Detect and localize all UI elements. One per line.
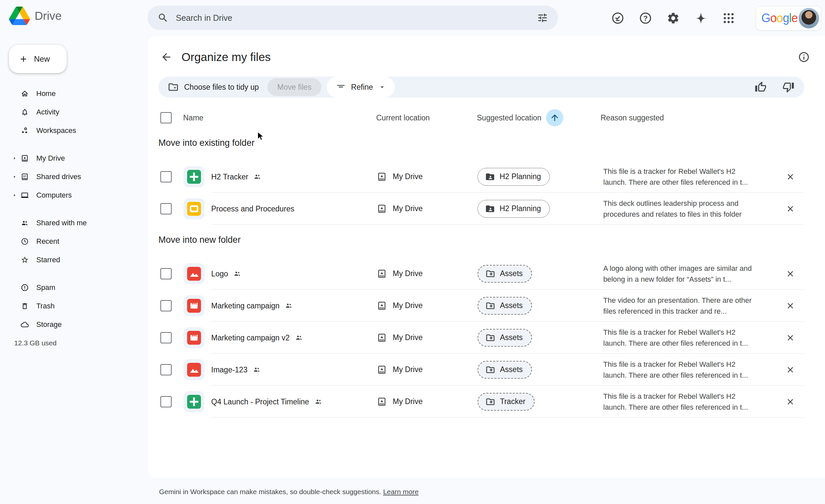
suggested-location-chip[interactable]: Assets bbox=[477, 297, 532, 315]
footer-disclaimer: Gemini in Workspace can make mistakes, s… bbox=[159, 488, 419, 496]
row-checkbox[interactable] bbox=[160, 332, 172, 343]
learn-more-link[interactable]: Learn more bbox=[383, 488, 419, 495]
suggested-location-chip[interactable]: H2 Planning bbox=[477, 168, 550, 186]
header-suggested-location[interactable]: Suggested location bbox=[477, 109, 563, 126]
current-location: My Drive bbox=[377, 333, 423, 343]
clock-icon bbox=[21, 238, 29, 245]
suggested-location-chip[interactable]: Assets bbox=[477, 265, 532, 283]
sidebar-item-shared-drives[interactable]: Shared drives bbox=[0, 168, 148, 186]
reason-text: This file is a tracker for Rebel Wallet'… bbox=[603, 359, 760, 381]
expand-caret-icon[interactable] bbox=[11, 192, 18, 199]
gemini-sparkle-icon[interactable] bbox=[694, 11, 707, 25]
sidebar-item-trash[interactable]: Trash bbox=[0, 297, 148, 315]
row-checkbox[interactable] bbox=[160, 171, 172, 182]
refine-button[interactable]: Refine bbox=[327, 77, 395, 98]
help-icon[interactable]: ? bbox=[639, 11, 652, 25]
search-icon[interactable] bbox=[157, 12, 169, 23]
my-drive-icon bbox=[21, 154, 29, 162]
new-button[interactable]: New bbox=[9, 45, 67, 73]
avatar[interactable] bbox=[799, 8, 819, 28]
suggested-location-chip[interactable]: Tracker bbox=[477, 393, 535, 411]
organize-toolbar: Choose files to tidy up Move files Refin… bbox=[158, 77, 804, 98]
table-row[interactable]: Image-123My DriveAssetsThis file is a tr… bbox=[148, 354, 825, 386]
section-title: Move into new folder bbox=[148, 230, 825, 250]
row-checkbox[interactable] bbox=[160, 364, 172, 375]
sidebar-item-shared-with-me[interactable]: Shared with me bbox=[0, 214, 148, 232]
svg-text:?: ? bbox=[643, 14, 648, 22]
dismiss-suggestion-button[interactable] bbox=[783, 395, 798, 409]
dismiss-suggestion-button[interactable] bbox=[783, 362, 798, 377]
file-name: Process and Procedures bbox=[211, 204, 294, 213]
sidebar-item-spam[interactable]: Spam bbox=[0, 278, 148, 297]
sidebar-item-home[interactable]: Home bbox=[0, 84, 148, 103]
suggestions-list: Move into existing folderH2 TrackerMy Dr… bbox=[148, 133, 825, 418]
search-input[interactable] bbox=[176, 13, 530, 23]
back-button[interactable] bbox=[158, 49, 174, 65]
thumbs-down-button[interactable] bbox=[781, 80, 796, 94]
sidebar-item-activity[interactable]: Activity bbox=[0, 103, 148, 121]
sidebar-group: SpamTrashStorage bbox=[0, 278, 148, 334]
file-name: H2 Tracker bbox=[211, 172, 261, 181]
select-all-checkbox[interactable] bbox=[160, 112, 172, 123]
move-files-button[interactable]: Move files bbox=[267, 78, 321, 96]
folder-tidy-icon bbox=[168, 81, 179, 93]
reason-text: This deck outlines leadership process an… bbox=[603, 198, 760, 220]
google-logo-letter: g bbox=[783, 11, 789, 25]
approval-status-icon[interactable] bbox=[611, 11, 624, 25]
settings-gear-icon[interactable] bbox=[667, 11, 680, 25]
header-reason[interactable]: Reason suggested bbox=[601, 113, 664, 122]
my-drive-icon bbox=[377, 397, 387, 407]
row-checkbox[interactable] bbox=[160, 396, 172, 407]
row-checkbox[interactable] bbox=[160, 268, 172, 279]
table-row[interactable]: Marketing campaign v2My DriveAssetsThis … bbox=[148, 322, 825, 354]
table-row[interactable]: Marketing campaignMy DriveAssetsThe vide… bbox=[148, 289, 825, 322]
info-button[interactable] bbox=[796, 49, 812, 65]
sidebar-item-computers[interactable]: Computers bbox=[0, 186, 148, 204]
dismiss-suggestion-button[interactable] bbox=[783, 299, 798, 313]
bell-icon bbox=[21, 108, 29, 116]
dismiss-suggestion-button[interactable] bbox=[783, 331, 798, 345]
choose-files-button[interactable]: Choose files to tidy up bbox=[168, 81, 259, 93]
sidebar-item-recent[interactable]: Recent bbox=[0, 232, 148, 251]
sidebar-item-my-drive[interactable]: My Drive bbox=[0, 149, 148, 168]
header-name[interactable]: Name bbox=[183, 113, 203, 122]
sidebar-item-starred[interactable]: Starred bbox=[0, 251, 148, 269]
dismiss-suggestion-button[interactable] bbox=[783, 266, 798, 281]
table-row[interactable]: Q4 Launch - Project TimelineMy DriveTrac… bbox=[148, 386, 825, 418]
suggested-location-chip[interactable]: H2 Planning bbox=[477, 200, 550, 218]
search-bar[interactable] bbox=[148, 6, 558, 30]
sidebar-item-label: My Drive bbox=[36, 154, 65, 163]
current-location: My Drive bbox=[377, 172, 423, 182]
row-checkbox[interactable] bbox=[160, 300, 172, 311]
current-location: My Drive bbox=[377, 204, 423, 214]
sidebar-item-workspaces[interactable]: Workspaces bbox=[0, 121, 148, 140]
table-row[interactable]: LogoMy DriveAssetsA logo along with othe… bbox=[148, 258, 825, 289]
file-name: Image-123 bbox=[211, 365, 261, 374]
suggested-location-chip[interactable]: Assets bbox=[477, 361, 532, 379]
table-row[interactable]: Process and ProceduresMy DriveH2 Plannin… bbox=[148, 193, 825, 225]
header-current-location[interactable]: Current location bbox=[376, 113, 430, 122]
sidebar-group: Shared with meRecentStarred bbox=[0, 214, 148, 269]
suggested-location-chip[interactable]: Assets bbox=[477, 329, 532, 347]
folder-new-icon bbox=[485, 301, 495, 311]
sidebar-item-label: Activity bbox=[36, 108, 59, 116]
expand-caret-icon[interactable] bbox=[11, 173, 18, 180]
title-row: Organize my files bbox=[148, 43, 825, 71]
google-logo-letter: o bbox=[776, 11, 783, 25]
dismiss-suggestion-button[interactable] bbox=[783, 170, 798, 184]
thumbs-up-button[interactable] bbox=[753, 80, 768, 94]
row-checkbox[interactable] bbox=[160, 203, 172, 215]
dismiss-suggestion-button[interactable] bbox=[783, 201, 798, 216]
sidebar-item-label: Computers bbox=[36, 191, 72, 199]
google-logo-letter: o bbox=[770, 11, 776, 25]
brand[interactable]: Drive bbox=[9, 7, 62, 25]
apps-grid-icon[interactable] bbox=[722, 11, 735, 25]
search-options-icon[interactable] bbox=[537, 12, 548, 23]
my-drive-icon bbox=[377, 333, 387, 343]
sort-ascending-badge[interactable] bbox=[546, 109, 563, 126]
sidebar-item-storage[interactable]: Storage bbox=[0, 315, 148, 334]
account-card[interactable]: Google bbox=[756, 6, 821, 31]
table-row[interactable]: H2 TrackerMy DriveH2 PlanningThis file i… bbox=[148, 161, 825, 193]
file-type-image-icon bbox=[183, 263, 205, 284]
expand-caret-icon[interactable] bbox=[11, 155, 18, 162]
